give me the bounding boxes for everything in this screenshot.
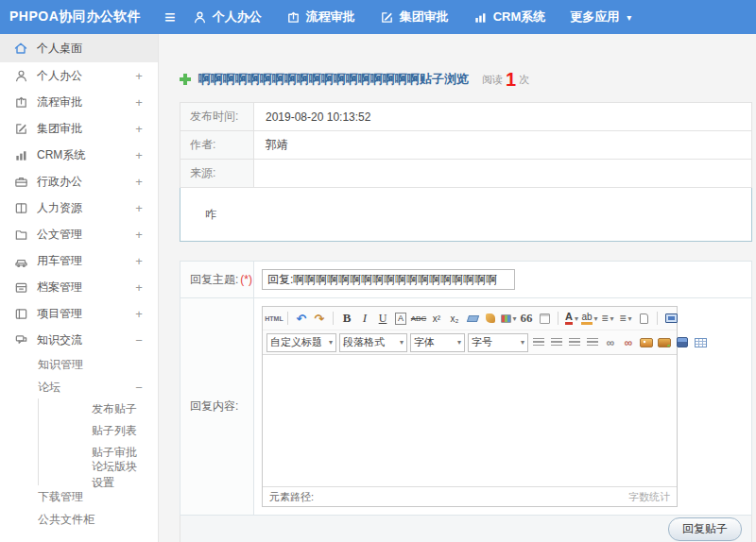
sidebar-item-post-create[interactable]: 发布贴子 [38, 398, 158, 420]
sidebar-item-workflow-approval[interactable]: 流程审批 + [0, 89, 158, 115]
align-right-button[interactable] [567, 334, 582, 351]
custom-heading-select[interactable]: 自定义标题▾ [266, 333, 336, 352]
collapse-minus-icon[interactable]: − [133, 333, 145, 347]
strikethrough-button[interactable]: ABC [411, 310, 426, 327]
sidebar-item-personal-office[interactable]: 个人办公 + [0, 62, 158, 89]
project-icon [13, 306, 28, 321]
multi-image-button[interactable] [657, 334, 672, 351]
sidebar-item-forum[interactable]: 论坛 − [0, 376, 158, 398]
blockquote-button[interactable]: 66 [519, 310, 534, 327]
reply-subject-row: 回复主题:(*) [180, 262, 752, 298]
insert-table-button[interactable] [693, 334, 708, 351]
sidebar-item-post-list[interactable]: 贴子列表 [38, 420, 158, 442]
insert-link-button[interactable]: ∞ [603, 334, 618, 351]
font-family-select[interactable]: 字体▾ [410, 333, 465, 352]
sidebar-item-hr[interactable]: 人力资源 + [0, 195, 158, 221]
sidebar: 个人桌面 个人办公 + 流程审批 + 集团审批 + CRM系统 + 行政办公 +… [0, 34, 159, 542]
paste-button[interactable] [537, 310, 552, 327]
sidebar-item-crm[interactable]: CRM系统 + [0, 142, 158, 168]
expand-plus-icon[interactable]: + [133, 148, 145, 162]
italic-button[interactable]: I [357, 310, 372, 327]
expand-plus-icon[interactable]: + [133, 307, 145, 321]
redo-button[interactable]: ↷ [312, 310, 327, 327]
bar-chart-icon [473, 10, 488, 25]
font-size-select[interactable]: 字号▾ [468, 333, 528, 352]
table-row: 发布时间: 2019-08-20 10:13:52 [180, 103, 752, 131]
fullscreen-button[interactable] [663, 310, 679, 327]
sidebar-item-public-file-cabinet[interactable]: 公共文件柜 [0, 508, 158, 531]
page-title: 啊啊啊啊啊啊啊啊啊啊啊啊啊啊啊啊啊啊贴子浏览 [198, 71, 469, 88]
source-value [254, 160, 752, 188]
image-icon [640, 338, 653, 347]
nav-menu: 个人办公 流程审批 集团审批 CRM系统 更多应用 ▾ [193, 8, 632, 25]
nav-item-group-approval[interactable]: 集团审批 [380, 8, 449, 25]
nav-item-more-apps[interactable]: 更多应用 ▾ [570, 8, 631, 25]
collapse-minus-icon[interactable]: − [133, 381, 145, 395]
align-justify-button[interactable] [585, 334, 600, 351]
nav-item-personal-office[interactable]: 个人办公 [193, 8, 262, 25]
sidebar-item-archive-mgmt[interactable]: 档案管理 + [0, 274, 158, 300]
superscript-button[interactable]: x² [429, 310, 444, 327]
sidebar-item-knowledge-mgmt[interactable]: 知识管理 [0, 353, 158, 376]
new-page-button[interactable] [636, 310, 651, 327]
post-title-row: 啊啊啊啊啊啊啊啊啊啊啊啊啊啊啊啊啊啊贴子浏览 阅读 1 次 [180, 70, 756, 89]
expand-plus-icon[interactable]: + [133, 69, 145, 83]
editor-statusbar: 元素路径: 字数统计 [263, 486, 677, 506]
insert-media-button[interactable] [675, 334, 690, 351]
align-left-button[interactable] [531, 334, 546, 351]
expand-plus-icon[interactable]: + [133, 175, 145, 189]
hamburger-menu-icon[interactable]: ≡ [164, 8, 176, 26]
sidebar-item-group-approval[interactable]: 集团审批 + [0, 115, 158, 142]
ordered-list-button[interactable]: ≡▾ [600, 310, 615, 327]
expand-plus-icon[interactable]: + [133, 95, 145, 110]
sidebar-item-personal-desktop[interactable]: 个人桌面 [0, 34, 158, 62]
divider [287, 312, 288, 325]
font-color-button[interactable]: A▾ [564, 310, 579, 327]
read-label: 阅读 [482, 73, 503, 87]
expand-plus-icon[interactable]: + [133, 254, 145, 268]
required-mark: (*) [240, 273, 252, 286]
color-palette-button[interactable]: ▾ [501, 310, 516, 327]
folder-icon [13, 227, 28, 242]
undo-button[interactable]: ↶ [294, 310, 309, 327]
reply-submit-button[interactable]: 回复贴子 [668, 517, 742, 541]
expand-plus-icon[interactable]: + [133, 122, 145, 136]
nav-item-workflow-approval[interactable]: 流程审批 [286, 8, 355, 25]
underline-button[interactable]: U [375, 310, 390, 327]
expand-plus-icon[interactable]: + [133, 201, 145, 215]
highlight-color-button[interactable]: ab▾ [582, 310, 597, 327]
align-right-icon [569, 338, 580, 347]
bold-button[interactable]: B [339, 310, 354, 327]
expand-plus-icon[interactable]: + [133, 280, 145, 295]
insert-image-button[interactable] [639, 334, 654, 351]
editor-text-area[interactable] [263, 355, 677, 486]
sidebar-item-download-mgmt[interactable]: 下载管理 [0, 485, 158, 508]
post-info-table: 发布时间: 2019-08-20 10:13:52 作者: 郭靖 来源: [180, 102, 752, 188]
sidebar-item-admin-office[interactable]: 行政办公 + [0, 168, 158, 195]
expand-plus-icon[interactable]: + [133, 228, 145, 242]
caret-down-icon: ▾ [329, 338, 333, 347]
reply-subject-input[interactable] [262, 269, 515, 290]
align-justify-icon [587, 338, 598, 347]
sidebar-item-document-mgmt[interactable]: 公文管理 + [0, 221, 158, 247]
remove-link-button[interactable]: ∞ [621, 334, 636, 351]
remove-format-button[interactable] [465, 310, 480, 327]
word-count-label[interactable]: 字数统计 [628, 490, 670, 504]
edit-square-icon [380, 10, 394, 25]
paragraph-format-select[interactable]: 段落格式▾ [339, 333, 407, 352]
publish-time-label: 发布时间: [180, 103, 254, 131]
align-center-button[interactable] [549, 334, 564, 351]
source-code-button[interactable]: HTML [266, 310, 282, 327]
sidebar-item-project-mgmt[interactable]: 项目管理 + [0, 300, 158, 327]
sidebar-item-knowledge-exchange[interactable]: 知识交流 − [0, 327, 158, 353]
sidebar-item-vehicle-mgmt[interactable]: 用车管理 + [0, 247, 158, 274]
sidebar-item-forum-section-settings[interactable]: 论坛版块设置 [38, 464, 158, 485]
nav-item-crm[interactable]: CRM系统 [473, 8, 546, 25]
unordered-list-button[interactable]: ≡▾ [618, 310, 633, 327]
edit-square-icon [13, 121, 28, 136]
palette-icon [501, 314, 511, 323]
caret-down-icon: ▾ [575, 314, 578, 323]
subscript-button[interactable]: x₂ [447, 310, 462, 327]
format-painter-button[interactable] [483, 310, 498, 327]
format-block-button[interactable]: A [393, 310, 408, 327]
